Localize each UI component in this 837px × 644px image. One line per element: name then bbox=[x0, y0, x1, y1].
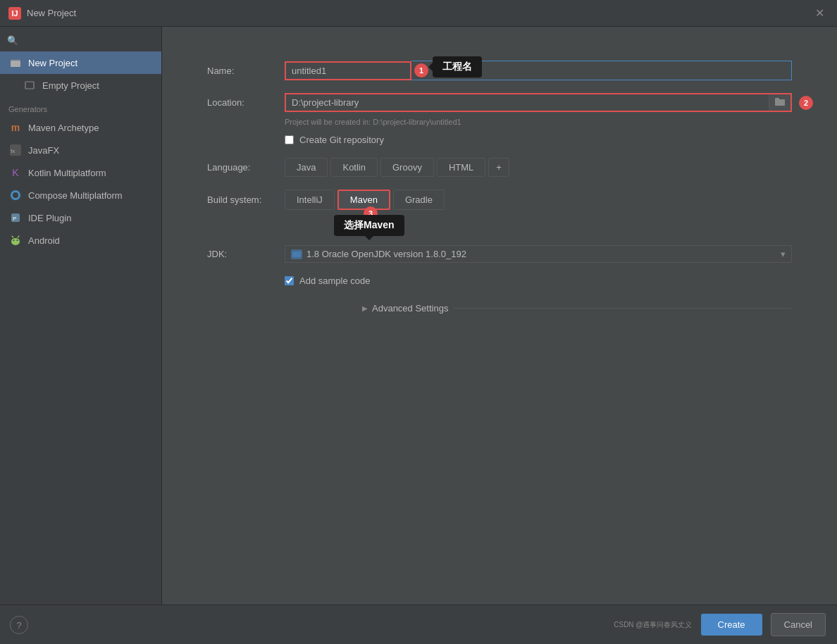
browse-button[interactable] bbox=[769, 94, 790, 111]
compose-icon bbox=[8, 188, 23, 202]
location-hint: Project will be created in: D:\project-l… bbox=[285, 118, 792, 126]
git-checkbox-row: Create Git repository bbox=[285, 135, 792, 145]
sidebar-item-kotlin[interactable]: K Kotlin Multiplatform bbox=[0, 161, 161, 184]
app-icon: IJ bbox=[8, 7, 21, 20]
new-project-label: New Project bbox=[28, 58, 78, 68]
ide-plugin-icon: P bbox=[8, 211, 23, 225]
close-button[interactable]: ✕ bbox=[811, 5, 829, 21]
language-options: Java Kotlin Groovy HTML + bbox=[285, 158, 792, 177]
android-label: Android bbox=[28, 235, 60, 246]
sidebar-item-empty-project[interactable]: Empty Project bbox=[0, 74, 161, 97]
language-kotlin[interactable]: Kotlin bbox=[330, 158, 378, 177]
location-label: Location: bbox=[207, 97, 285, 108]
git-label: Create Git repository bbox=[299, 135, 384, 145]
kotlin-label: Kotlin Multiplatform bbox=[28, 168, 106, 178]
git-checkbox[interactable] bbox=[285, 135, 294, 144]
svg-point-12 bbox=[17, 240, 18, 241]
location-input[interactable] bbox=[286, 94, 769, 111]
sidebar-item-android[interactable]: Android bbox=[0, 229, 161, 252]
svg-point-11 bbox=[13, 240, 15, 241]
sidebar-item-compose[interactable]: Compose Multiplatform bbox=[0, 184, 161, 206]
badge-3: 3 bbox=[364, 206, 378, 221]
language-java[interactable]: Java bbox=[285, 158, 328, 177]
sample-code-label: Add sample code bbox=[299, 275, 370, 286]
jdk-value: 1.8 Oracle OpenJDK version 1.8.0_192 bbox=[291, 249, 466, 259]
jdk-selector: 1.8 Oracle OpenJDK version 1.8.0_192 ▾ bbox=[285, 245, 792, 263]
advanced-settings-row: ▶ Advanced Settings bbox=[207, 303, 792, 314]
compose-label: Compose Multiplatform bbox=[28, 190, 123, 201]
location-row: Location: 2 文件路径 bbox=[207, 93, 792, 112]
jdk-dropdown-arrow: ▾ bbox=[781, 249, 786, 259]
svg-rect-16 bbox=[775, 98, 779, 101]
new-project-icon bbox=[8, 56, 23, 70]
search-input[interactable] bbox=[23, 35, 154, 46]
badge-2: 2 bbox=[799, 96, 813, 110]
create-button[interactable]: Create bbox=[701, 614, 762, 636]
build-btn-group: IntelliJ Maven Gradle bbox=[285, 190, 792, 210]
build-label: Build system: bbox=[207, 194, 285, 205]
jdk-text: 1.8 Oracle OpenJDK version 1.8.0_192 bbox=[306, 249, 466, 259]
android-icon bbox=[8, 233, 23, 247]
svg-text:P: P bbox=[13, 216, 16, 222]
sample-code-checkbox[interactable] bbox=[285, 276, 294, 285]
empty-project-label: Empty Project bbox=[42, 80, 99, 91]
name-input[interactable] bbox=[285, 61, 411, 80]
sample-code-row: Add sample code bbox=[285, 275, 792, 286]
sidebar-search-row: 🔍 bbox=[0, 32, 161, 51]
language-label: Language: bbox=[207, 162, 285, 173]
name-input-group bbox=[285, 61, 792, 80]
language-groovy[interactable]: Groovy bbox=[380, 158, 434, 177]
advanced-divider bbox=[454, 308, 792, 309]
badge-1: 1 bbox=[414, 63, 428, 78]
advanced-settings-toggle[interactable]: ▶ Advanced Settings bbox=[362, 303, 448, 314]
language-row: Language: Java Kotlin Groovy HTML + bbox=[207, 158, 792, 177]
sidebar-item-javafx[interactable]: fx JavaFX bbox=[0, 139, 161, 161]
svg-rect-10 bbox=[12, 239, 19, 243]
build-maven[interactable]: Maven bbox=[337, 190, 390, 210]
sidebar-item-ide-plugin[interactable]: P IDE Plugin bbox=[0, 206, 161, 229]
sidebar-item-maven-archetype[interactable]: m Maven Archetype bbox=[0, 116, 161, 139]
name-label: Name: bbox=[207, 66, 285, 76]
svg-line-13 bbox=[12, 236, 13, 237]
javafx-icon: fx bbox=[8, 143, 23, 157]
svg-line-14 bbox=[18, 236, 19, 237]
svg-rect-18 bbox=[292, 252, 301, 257]
svg-point-6 bbox=[13, 192, 18, 198]
build-gradle[interactable]: Gradle bbox=[393, 190, 445, 210]
search-icon: 🔍 bbox=[7, 35, 18, 46]
location-input-group bbox=[285, 93, 792, 112]
svg-text:fx: fx bbox=[11, 148, 15, 154]
javafx-label: JavaFX bbox=[28, 145, 59, 156]
build-intellij[interactable]: IntelliJ bbox=[285, 190, 335, 210]
jdk-label: JDK: bbox=[207, 249, 285, 259]
help-button[interactable]: ? bbox=[10, 616, 28, 634]
language-html[interactable]: HTML bbox=[437, 158, 485, 177]
maven-icon: m bbox=[8, 120, 23, 135]
name-extra-input[interactable] bbox=[411, 61, 792, 80]
name-row: Name: 1 工程名 bbox=[207, 61, 792, 80]
watermark: CSDN @遇事问春风丈义 bbox=[614, 620, 692, 630]
cancel-button[interactable]: Cancel bbox=[771, 613, 826, 636]
kotlin-icon: K bbox=[8, 166, 23, 180]
advanced-arrow-icon: ▶ bbox=[362, 304, 368, 312]
dialog-title: New Project bbox=[27, 8, 811, 18]
jdk-row: JDK: 1.8 Oracle OpenJDK version 1.8.0_19… bbox=[207, 245, 792, 263]
generators-section-label: Generators bbox=[0, 97, 161, 116]
build-system-row: Build system: IntelliJ Maven Gradle 3 选择… bbox=[207, 190, 792, 210]
ide-plugin-label: IDE Plugin bbox=[28, 213, 71, 223]
language-btn-group: Java Kotlin Groovy HTML + bbox=[285, 158, 792, 177]
jdk-dropdown[interactable]: 1.8 Oracle OpenJDK version 1.8.0_192 ▾ bbox=[285, 245, 792, 263]
sidebar-item-new-project[interactable]: New Project bbox=[0, 51, 161, 74]
sidebar: 🔍 New Project bbox=[0, 27, 162, 605]
build-options: IntelliJ Maven Gradle bbox=[285, 190, 792, 210]
maven-archetype-label: Maven Archetype bbox=[28, 123, 99, 133]
svg-rect-1 bbox=[11, 61, 20, 67]
advanced-settings-label: Advanced Settings bbox=[372, 303, 448, 314]
svg-rect-2 bbox=[25, 82, 34, 89]
content-area: Name: 1 工程名 Location: bbox=[162, 27, 837, 605]
language-add-button[interactable]: + bbox=[488, 158, 509, 177]
empty-project-icon bbox=[23, 78, 37, 92]
title-bar: IJ New Project ✕ bbox=[0, 0, 837, 27]
